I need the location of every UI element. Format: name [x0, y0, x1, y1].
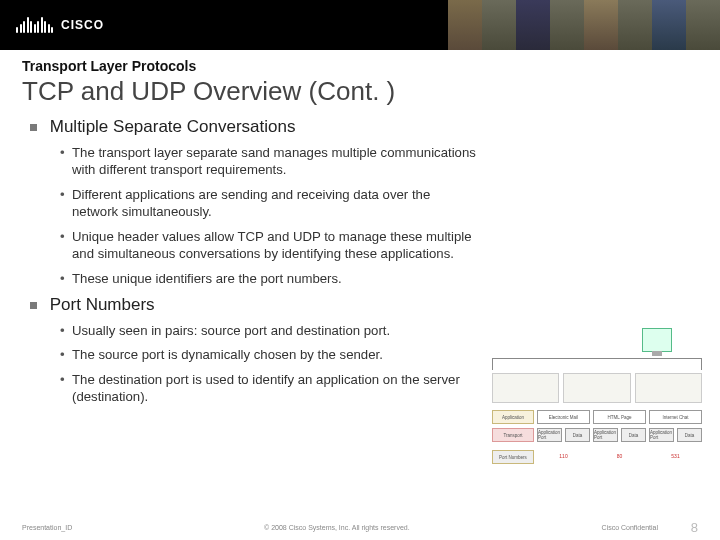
- cisco-bars-icon: [16, 17, 53, 33]
- proto-box: Electronic Mail: [537, 410, 590, 424]
- list-item: Usually seen in pairs: source port and d…: [60, 322, 480, 339]
- banner-photo-strip: [448, 0, 720, 50]
- port-number: 531: [649, 450, 702, 462]
- footer-confidential: Cisco Confidential: [602, 524, 658, 531]
- data-box: Application Port: [537, 428, 562, 442]
- data-box: Application Port: [649, 428, 674, 442]
- bracket-icon: [492, 358, 702, 370]
- data-box: Data: [565, 428, 590, 442]
- footer-copyright: © 2008 Cisco Systems, Inc. All rights re…: [72, 524, 601, 531]
- section-2-list: Usually seen in pairs: source port and d…: [60, 322, 480, 406]
- top-banner: CISCO: [0, 0, 720, 50]
- port-number: 110: [537, 450, 590, 462]
- square-bullet-icon: [30, 124, 37, 131]
- list-item: Unique header values allow TCP and UDP t…: [60, 228, 480, 263]
- slide-headline: TCP and UDP Overview (Cont. ): [22, 76, 698, 107]
- section-title-1-text: Multiple Separate Conversations: [50, 117, 296, 136]
- layer-label: Port Numbers: [492, 450, 534, 464]
- slide-footer: Presentation_ID © 2008 Cisco Systems, In…: [0, 514, 720, 540]
- diagram-app-layer: Application Electronic Mail HTML Page In…: [492, 410, 702, 424]
- footer-left: Presentation_ID: [22, 524, 72, 531]
- diagram-app-row: [492, 373, 702, 403]
- diagram-transport-layer: Transport Application Port Data Applicat…: [492, 428, 702, 442]
- section-1-list: The transport layer separate sand manage…: [60, 144, 480, 287]
- section-title-2: Port Numbers: [30, 295, 698, 315]
- app-preview: [563, 373, 630, 403]
- data-box: Application Port: [593, 428, 618, 442]
- proto-box: Internet Chat: [649, 410, 702, 424]
- list-item: Different applications are sending and r…: [60, 186, 480, 221]
- section-title-1: Multiple Separate Conversations: [30, 117, 698, 137]
- data-box: Data: [621, 428, 646, 442]
- list-item: The source port is dynamically chosen by…: [60, 346, 480, 363]
- logo-text: CISCO: [61, 18, 104, 32]
- page-number: 8: [691, 520, 698, 535]
- logo: CISCO: [0, 17, 104, 33]
- list-item: The transport layer separate sand manage…: [60, 144, 480, 179]
- proto-box: HTML Page: [593, 410, 646, 424]
- data-box: Data: [677, 428, 702, 442]
- app-preview: [635, 373, 702, 403]
- square-bullet-icon: [30, 302, 37, 309]
- port-numbers-diagram: Application Electronic Mail HTML Page In…: [492, 328, 702, 488]
- diagram-port-row: Port Numbers 110 80 531: [492, 450, 702, 464]
- list-item: The destination port is used to identify…: [60, 371, 480, 406]
- layer-label: Transport: [492, 428, 534, 442]
- computer-icon: [642, 328, 672, 352]
- slide-eyebrow: Transport Layer Protocols: [22, 58, 698, 74]
- app-preview: [492, 373, 559, 403]
- list-item: These unique identifiers are the port nu…: [60, 270, 480, 287]
- port-number: 80: [593, 450, 646, 462]
- layer-label: Application: [492, 410, 534, 424]
- section-title-2-text: Port Numbers: [50, 295, 155, 314]
